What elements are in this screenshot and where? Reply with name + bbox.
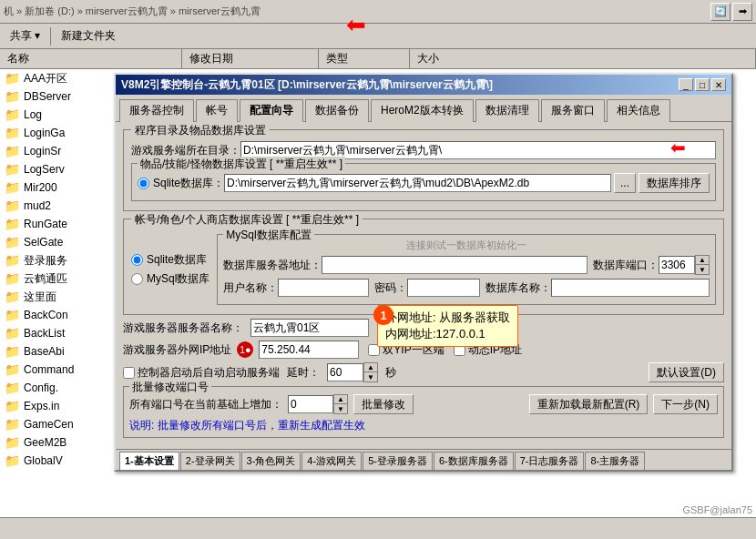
sqlite-radio-label[interactable]: Sqlite数据库： — [138, 176, 224, 191]
tab-data-clean[interactable]: 数据清理 — [475, 99, 539, 122]
server-ip-input[interactable] — [259, 341, 359, 359]
account-db-title: 帐号/角色/个人商店数据库设置 [ **重启生效** ] — [131, 212, 363, 228]
dialog-controls: _ □ ✕ — [679, 78, 726, 91]
tooltip-line1: 外网地址: 从服务器获取 — [385, 310, 510, 326]
delay-up-btn[interactable]: ▲ — [364, 363, 377, 372]
db-server-input[interactable] — [322, 256, 587, 274]
dialog-content: 程序目录及物品数据库设置 游戏服务端所在目录： 物品/技能/怪物数据库设置 [ … — [116, 122, 731, 449]
bottom-tab-1[interactable]: 1-基本设置 — [119, 452, 179, 470]
game-dir-label: 游戏服务端所在目录： — [131, 143, 240, 158]
tooltip-circle: 1 — [373, 305, 393, 325]
batch-modify-btn[interactable]: 批量修改 — [353, 394, 414, 414]
db-name-label: 数据库名称： — [485, 280, 551, 296]
db-port-spinner: ▲ ▼ — [659, 255, 710, 275]
browse-btn[interactable]: ... — [614, 173, 636, 193]
db-password-label: 密码： — [374, 280, 407, 296]
sqlite-path-input[interactable] — [224, 174, 611, 192]
bottom-tab-4[interactable]: 4-游戏网关 — [301, 452, 362, 470]
ip-indicator: 1● — [237, 341, 253, 358]
account-sqlite-radio[interactable] — [131, 254, 143, 266]
db-user-row: 用户名称： 密码： 数据库名称： — [223, 279, 710, 297]
port-batch-spinner: ▲ ▼ — [288, 394, 348, 414]
dialog-tabs: 服务器控制 帐号 配置向导 数据备份 HeroM2版本转换 数据清理 服务窗口 … — [116, 95, 731, 122]
account-db-content: Sqlite数据库 MySql数据库 MySql数据库配置 连接则试一数据库初始… — [131, 230, 716, 309]
item-db-title: 物品/技能/怪物数据库设置 [ **重启生效** ] — [138, 157, 345, 172]
account-sqlite-radio-label[interactable]: Sqlite数据库 — [131, 252, 209, 268]
tab-hero-convert[interactable]: HeroM2版本转换 — [371, 99, 474, 122]
bottom-tab-5[interactable]: 5-登录服务器 — [363, 452, 433, 470]
port-batch-row: 所有端口号在当前基础上增加： ▲ ▼ 批量修改 重新加载最新配置(R) 下一步(… — [129, 394, 718, 414]
tab-backup[interactable]: 数据备份 — [305, 99, 369, 122]
delay-spinner: ▲ ▼ — [327, 362, 378, 382]
tooltip-bubble: 外网地址: 从服务器获取 内网地址:127.0.0.1 — [377, 305, 518, 347]
port-batch-section: 批量修改端口号 所有端口号在当前基础上增加： ▲ ▼ 批量修改 重新加载最新配置… — [123, 386, 724, 438]
tooltip-container: 1 外网地址: 从服务器获取 内网地址:127.0.0.1 — [373, 305, 393, 325]
bottom-tabs: 1-基本设置 2-登录网关 3-角色网关 4-游戏网关 5-登录服务器 6-数据… — [116, 449, 731, 470]
mysql-config-title: MySql数据库配置 — [223, 228, 313, 243]
server-name-label: 游戏服务器服务器名称： — [123, 320, 243, 336]
tab-service-window[interactable]: 服务窗口 — [541, 99, 605, 122]
port-up-btn[interactable]: ▲ — [696, 256, 709, 265]
default-settings-btn[interactable]: 默认设置(D) — [649, 362, 724, 382]
dialog-maximize-btn[interactable]: □ — [695, 78, 710, 91]
port-note: 说明: 批量修改所有端口号后，重新生成配置生效 — [129, 418, 718, 433]
bottom-tab-7[interactable]: 7-日志服务器 — [515, 452, 585, 470]
dialog-close-btn[interactable]: ✕ — [711, 78, 726, 91]
port-spinner-btns: ▲ ▼ — [695, 255, 710, 275]
dialog-minimize-btn[interactable]: _ — [679, 78, 693, 91]
delay-label: 延时： — [287, 365, 320, 381]
delay-down-btn[interactable]: ▼ — [364, 372, 377, 381]
dialog-titlebar: V8M2引擎控制台-云鹤九霄01区 [D:\mirserver云鹤九霄\mirs… — [116, 75, 731, 95]
account-db-section: 帐号/角色/个人商店数据库设置 [ **重启生效** ] Sqlite数据库 M… — [123, 219, 724, 315]
delay-spinner-btns: ▲ ▼ — [363, 362, 378, 382]
next-step-btn[interactable]: 下一步(N) — [653, 394, 718, 414]
delay-unit: 秒 — [385, 365, 396, 381]
db-username-input[interactable] — [278, 279, 369, 297]
db-name-input[interactable] — [551, 279, 710, 297]
dialog-title: V8M2引擎控制台-云鹤九霄01区 [D:\mirserver云鹤九霄\mirs… — [121, 77, 493, 93]
db-sort-btn[interactable]: 数据库排序 — [639, 173, 710, 193]
server-ip-label: 游戏服务器外网IP地址 — [123, 342, 231, 358]
db-server-row: 数据库服务器地址： 数据库端口： ▲ ▼ — [223, 255, 710, 275]
bottom-tab-3[interactable]: 3-角色网关 — [241, 452, 301, 470]
sqlite-row: Sqlite数据库： ... 数据库排序 — [138, 173, 710, 193]
port-down-btn[interactable]: ▼ — [696, 265, 709, 274]
tab-config[interactable]: 配置向导 — [240, 99, 303, 122]
db-password-input[interactable] — [407, 279, 480, 297]
bottom-controls-row: 控制器启动后自动启动服务端 延时： ▲ ▼ 秒 默认设置(D) — [123, 362, 724, 382]
tab-related-info[interactable]: 相关信息 — [607, 99, 670, 122]
program-dir-section: 程序目录及物品数据库设置 游戏服务端所在目录： 物品/技能/怪物数据库设置 [ … — [123, 129, 724, 211]
tooltip-line2: 内网地址:127.0.0.1 — [385, 326, 510, 342]
item-db-section: 物品/技能/怪物数据库设置 [ **重启生效** ] Sqlite数据库： ..… — [131, 163, 716, 201]
db-server-label: 数据库服务器地址： — [223, 258, 322, 273]
sqlite-radio[interactable] — [138, 178, 149, 189]
server-name-input[interactable] — [250, 319, 369, 337]
db-port-label: 数据库端口： — [593, 258, 659, 273]
batch-spinner-btns: ▲ ▼ — [333, 394, 348, 414]
program-dir-title: 程序目录及物品数据库设置 — [131, 123, 270, 138]
port-batch-input[interactable] — [288, 395, 333, 413]
account-radio-group: Sqlite数据库 MySql数据库 — [131, 230, 209, 309]
autostart-label[interactable]: 控制器启动后自动启动服务端 — [123, 365, 280, 381]
tab-account[interactable]: 帐号 — [196, 99, 238, 122]
dialog-overlay: V8M2引擎控制台-云鹤九霄01区 [D:\mirserver云鹤九霄\mirs… — [0, 0, 756, 539]
mysql-config-section: MySql数据库配置 连接则试一数据库初始化一 数据库服务器地址： 数据库端口：… — [217, 234, 716, 305]
port-batch-title: 批量修改端口号 — [129, 380, 211, 395]
account-mysql-radio-label[interactable]: MySql数据库 — [131, 271, 209, 287]
tab-server-control[interactable]: 服务器控制 — [119, 99, 194, 122]
db-username-label: 用户名称： — [223, 280, 278, 296]
db-port-input[interactable] — [659, 256, 695, 274]
bottom-tab-8[interactable]: 8-主服务器 — [585, 452, 645, 470]
bottom-tab-2[interactable]: 2-登录网关 — [180, 452, 240, 470]
main-dialog: V8M2引擎控制台-云鹤九霄01区 [D:\mirserver云鹤九霄\mirs… — [114, 73, 733, 472]
autostart-checkbox[interactable] — [123, 367, 135, 379]
batch-down-btn[interactable]: ▼ — [334, 404, 347, 413]
port-batch-label: 所有端口号在当前基础上增加： — [129, 397, 282, 412]
reload-config-btn[interactable]: 重新加载最新配置(R) — [529, 394, 649, 414]
bottom-tab-6[interactable]: 6-数据库服务器 — [434, 452, 514, 470]
account-mysql-radio[interactable] — [131, 273, 143, 285]
batch-up-btn[interactable]: ▲ — [334, 395, 347, 404]
delay-input[interactable] — [327, 363, 363, 381]
